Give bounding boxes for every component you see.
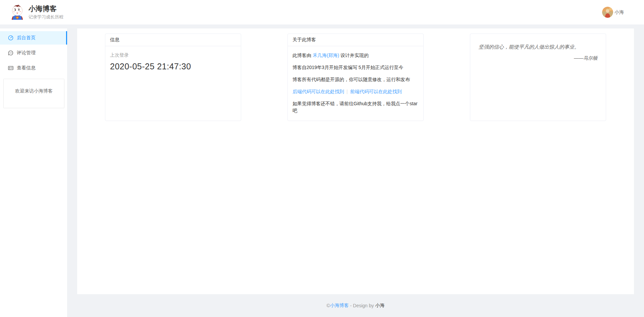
about-line-opensource: 博客所有代码都是开源的，你可以随意修改，运行和发布: [292, 76, 419, 83]
logo: 小海博客 记录学习成长历程: [9, 4, 63, 20]
user-menu[interactable]: 小海: [602, 7, 624, 18]
footer-copyright: ©: [327, 303, 330, 308]
main-column: 信息 上次登录 2020-05-25 21:47:30 关于此博客 此博客由 禾…: [77, 28, 634, 317]
about-line-author: 此博客由 禾几海(郑海) 设计并实现的: [292, 52, 419, 59]
info-card-title: 信息: [105, 34, 241, 46]
footer-designer: 小海: [375, 303, 384, 309]
backend-code-link[interactable]: 后端代码可以在此处找到: [292, 89, 344, 94]
quote-author: ——马尔顿: [479, 55, 597, 61]
page-body: 后台首页 评论管理 查看信息 欢迎来访小海博客: [0, 24, 644, 317]
about-card-title: 关于此博客: [288, 34, 423, 46]
user-avatar[interactable]: [602, 7, 613, 18]
about-line-star: 如果觉得博客还不错，请前往Github支持我，给我点一个star吧: [292, 100, 419, 114]
about-card-body: 此博客由 禾几海(郑海) 设计并实现的 博客自2019年3月开始开发编写 5月开…: [288, 46, 423, 121]
site-title: 小海博客: [29, 4, 63, 13]
footer-site-link[interactable]: 小海博客: [330, 303, 349, 309]
footer-middle-text: - Design by: [349, 303, 375, 308]
logo-text: 小海博客 记录学习成长历程: [29, 4, 63, 20]
info-card-body: 上次登录 2020-05-25 21:47:30: [105, 46, 241, 77]
idcard-icon: [8, 65, 13, 71]
blog-logo-icon: [9, 4, 25, 20]
avatar-image-icon: [602, 7, 613, 18]
about-line-history: 博客自2019年3月开始开发编写 5月开始正式运行至今: [292, 64, 419, 71]
about-line-author-suffix: 设计并实现的: [339, 53, 369, 58]
about-line-code-links: 后端代码可以在此处找到|前端代码可以在此处找到: [292, 88, 419, 95]
sidebar: 后台首页 评论管理 查看信息 欢迎来访小海博客: [0, 28, 67, 317]
quote-text: 坚强的信心，能使平凡的人做出惊人的事业。: [479, 43, 597, 51]
welcome-box: 欢迎来访小海博客: [3, 79, 64, 108]
link-divider: |: [344, 89, 350, 94]
sidebar-item-comments[interactable]: 评论管理: [0, 46, 67, 60]
welcome-text: 欢迎来访小海博客: [15, 88, 53, 94]
author-link[interactable]: 禾几海(郑海): [313, 53, 339, 58]
about-line-author-prefix: 此博客由: [292, 53, 313, 58]
about-card: 关于此博客 此博客由 禾几海(郑海) 设计并实现的 博客自2019年3月开始开发…: [287, 34, 424, 121]
sidebar-item-label: 后台首页: [17, 35, 36, 41]
comment-icon: [8, 50, 13, 56]
last-login-label: 上次登录: [110, 52, 236, 58]
dashboard-icon: [8, 35, 13, 41]
content-panel: 信息 上次登录 2020-05-25 21:47:30 关于此博客 此博客由 禾…: [77, 28, 634, 294]
sidebar-item-label: 评论管理: [17, 50, 36, 56]
quote-card: 坚强的信心，能使平凡的人做出惊人的事业。 ——马尔顿: [470, 34, 606, 121]
last-login-time: 2020-05-25 21:47:30: [110, 62, 236, 71]
sidebar-item-label: 查看信息: [17, 65, 36, 71]
user-name[interactable]: 小海: [614, 9, 624, 15]
sidebar-item-view-info[interactable]: 查看信息: [0, 61, 67, 75]
app-header: 小海博客 记录学习成长历程 小海: [0, 0, 644, 24]
sidebar-item-dashboard[interactable]: 后台首页: [0, 31, 67, 45]
page-footer: © 小海博客 - Design by 小海: [77, 294, 634, 317]
info-card: 信息 上次登录 2020-05-25 21:47:30: [105, 34, 241, 121]
site-subtitle: 记录学习成长历程: [29, 14, 63, 20]
frontend-code-link[interactable]: 前端代码可以在此处找到: [350, 89, 402, 94]
